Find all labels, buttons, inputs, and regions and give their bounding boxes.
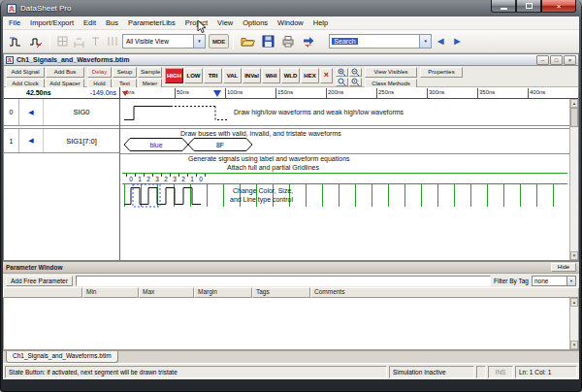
state-whi-button[interactable]: WHI <box>262 68 280 83</box>
column-header-comments[interactable]: Comments <box>310 287 579 298</box>
signal-name[interactable]: SIG0 <box>44 99 119 125</box>
menu-parameterlibs[interactable]: ParameterLibs <box>123 16 180 29</box>
menu-bus[interactable]: Bus <box>101 16 123 29</box>
time-marker-red[interactable] <box>122 91 128 96</box>
clock-waveform[interactable] <box>124 188 201 205</box>
state-wld-button[interactable]: WLD <box>281 68 300 83</box>
signal-name[interactable]: SIG1[7:0] <box>44 129 119 152</box>
filter-tag-select[interactable]: none ▼ <box>532 276 576 286</box>
save-button[interactable] <box>258 32 277 50</box>
scrollbar-track[interactable] <box>570 307 578 341</box>
search-dropdown-icon[interactable]: ▼ <box>419 35 431 48</box>
setup-button[interactable]: Setup <box>113 67 137 78</box>
delete-segment-button[interactable]: × <box>320 68 333 83</box>
open-button[interactable] <box>238 32 257 50</box>
grid-button[interactable] <box>54 32 70 50</box>
printer-icon <box>281 35 295 48</box>
add-signal-button[interactable]: Add Signal <box>6 67 45 78</box>
mde-button[interactable]: MDE <box>209 34 229 49</box>
document-title-bar[interactable]: Ch1_Signals_and_Waveforms.btim – □ × <box>4 54 578 66</box>
scroll-up-icon[interactable]: ▲ <box>570 99 578 108</box>
column-header-name[interactable] <box>3 287 82 298</box>
edit-waveform-button[interactable] <box>26 32 46 50</box>
title-bar[interactable]: DataSheet Pro × <box>0 0 582 16</box>
delay-button[interactable]: Delay <box>87 67 112 78</box>
menu-help[interactable]: Help <box>308 16 333 29</box>
menu-options[interactable]: Options <box>238 16 273 29</box>
signal-name-panel: 0 ◀ SIG0 1 ◀ SIG1[7:0] <box>4 99 120 260</box>
signal-marker-icon[interactable]: ◀ <box>19 99 44 125</box>
time-marker-blue[interactable] <box>213 90 221 97</box>
state-buttons-group: HIGH LOW TRI VAL INVal WHI WLD HEX × <box>165 68 333 83</box>
state-hex-button[interactable]: HEX <box>301 68 319 83</box>
scroll-down-icon[interactable]: ▼ <box>570 341 578 349</box>
state-tri-button[interactable]: TRI <box>204 68 222 83</box>
scrollbar-track[interactable] <box>570 127 578 251</box>
parameter-vertical-scrollbar[interactable]: ▲ ▼ <box>569 298 578 349</box>
signal-index: 1 <box>4 129 19 152</box>
import-export-button[interactable] <box>299 32 318 50</box>
zoom-full-button[interactable] <box>336 78 348 86</box>
maximize-button[interactable] <box>516 0 541 13</box>
measure-button[interactable] <box>71 32 86 50</box>
view-selector[interactable]: All Visible View ▼ <box>122 34 206 49</box>
hide-button[interactable]: Hide <box>551 263 576 272</box>
signal-row[interactable]: 1 ◀ SIG1[7:0] <box>4 129 119 153</box>
state-high-button[interactable]: HIGH <box>165 68 183 83</box>
minimize-button[interactable] <box>491 0 516 13</box>
signal-row[interactable]: 0 ◀ SIG0 <box>4 99 119 126</box>
scroll-down-icon[interactable]: ▼ <box>570 251 578 260</box>
column-header-margin[interactable]: Margin <box>194 287 252 298</box>
menu-import-export[interactable]: Import/Export <box>25 16 79 29</box>
gridline-button[interactable] <box>104 32 119 50</box>
chevron-down-icon[interactable]: ▼ <box>193 35 205 48</box>
menu-file[interactable]: File <box>4 16 25 29</box>
search-input[interactable]: Search <box>332 38 357 45</box>
ruler-tick: 50ns <box>175 88 189 98</box>
close-button[interactable]: × <box>541 0 576 13</box>
parameter-window-header[interactable]: Parameter Window Hide <box>3 262 579 274</box>
properties-button[interactable]: Properties <box>420 67 463 78</box>
sample-button[interactable]: Sample <box>138 67 162 78</box>
label-button[interactable] <box>87 32 103 50</box>
waveform-canvas-wrap: Draw high/low waveforms and weak high/lo… <box>120 99 569 260</box>
zoom-out-button[interactable] <box>349 68 362 77</box>
close-icon: × <box>557 2 562 11</box>
doc-minimize-button[interactable]: – <box>536 55 549 65</box>
add-bus-button[interactable]: Add Bus <box>46 67 84 78</box>
doc-close-button[interactable]: × <box>564 55 576 65</box>
waveform-vertical-scrollbar[interactable]: ▲ ▼ <box>569 99 578 260</box>
print-button[interactable] <box>278 32 298 50</box>
scrollbar-thumb[interactable] <box>570 108 578 127</box>
doc-maximize-button[interactable]: □ <box>550 55 563 65</box>
document-tab[interactable]: Ch1_Signals_and_Waveforms.btim <box>6 351 118 363</box>
nav-back-button[interactable]: ◀ <box>433 32 448 50</box>
zoom-in-button[interactable] <box>336 68 348 77</box>
add-free-parameter-button[interactable]: Add Free Parameter <box>6 276 73 286</box>
bus-value-label: 8F <box>216 142 224 148</box>
menu-view[interactable]: View <box>212 16 238 29</box>
menu-window[interactable]: Window <box>273 16 308 29</box>
waveform-canvas[interactable]: Draw high/low waveforms and weak high/lo… <box>120 99 569 260</box>
parameter-table-rows[interactable] <box>4 298 569 349</box>
nav-forward-button[interactable]: ▶ <box>449 32 465 50</box>
column-header-max[interactable]: Max <box>139 287 194 298</box>
new-timing-diagram-button[interactable] <box>6 32 25 50</box>
scroll-up-icon[interactable]: ▲ <box>570 298 578 307</box>
state-val-button[interactable]: VAL <box>223 68 242 83</box>
column-header-tags[interactable]: Tags <box>252 287 310 298</box>
search-box[interactable]: Search ▼ <box>329 34 432 49</box>
parameter-input[interactable] <box>76 276 491 286</box>
chevron-down-icon[interactable]: ▼ <box>566 277 575 285</box>
state-inval-button[interactable]: INVal <box>242 68 261 83</box>
status-message: State Button: if activated, next segment… <box>5 366 387 378</box>
parameter-table-body[interactable]: ▲ ▼ <box>3 298 579 350</box>
time-ruler[interactable]: 0ns 50ns 100ns 150ns 200ns 250ns 300ns 3… <box>120 87 578 98</box>
view-visibles-button[interactable]: View Visibles <box>365 67 417 78</box>
zoom-range-button[interactable] <box>349 78 362 86</box>
column-header-min[interactable]: Min <box>82 287 139 298</box>
state-low-button[interactable]: LOW <box>184 68 203 83</box>
menu-edit[interactable]: Edit <box>79 16 101 29</box>
signal-marker-icon[interactable]: ◀ <box>19 129 44 152</box>
toolbar-separator <box>49 34 50 49</box>
